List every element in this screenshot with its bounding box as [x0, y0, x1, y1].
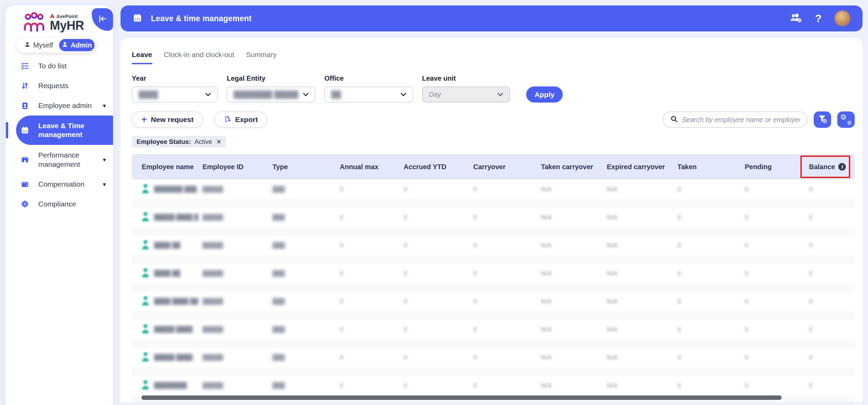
- team-settings-icon[interactable]: [790, 13, 802, 24]
- leave-type-redacted: ███: [272, 270, 340, 277]
- search-input[interactable]: [682, 116, 800, 124]
- accrued-ytd-value: 0: [404, 242, 473, 249]
- table-row[interactable]: ████ ██ █████ ███ 0 0 0 N/A N/A 0 0 0: [132, 264, 855, 283]
- clear-filter-button[interactable]: [814, 111, 831, 128]
- col-carryover: Carryover: [473, 163, 541, 171]
- table-row[interactable]: ████████ █████ ███ 0 0 0 N/A N/A 0 0 0: [132, 376, 855, 395]
- export-label: Export: [235, 116, 258, 124]
- sidebar-item-label: Requests: [38, 81, 69, 90]
- toggle-admin[interactable]: Admin: [59, 39, 95, 51]
- leave-table: Employee name Employee ID Type Annual ma…: [132, 154, 855, 402]
- table-row[interactable]: █████ ████ █████ ███ 0 0 0 N/A N/A 0 0 0: [132, 348, 855, 367]
- leave-unit-select[interactable]: Day: [422, 86, 510, 103]
- sidebar-item-compensation[interactable]: Compensation ▼: [5, 174, 113, 194]
- table-settings-button[interactable]: ⚙⚙: [837, 111, 855, 128]
- pending-value: 0: [745, 242, 809, 249]
- sidebar-item-requests[interactable]: Requests: [5, 76, 113, 96]
- chevron-down-icon: [303, 92, 309, 98]
- carryover-value: 0: [473, 214, 541, 221]
- expired-carryover-value: N/A: [607, 326, 677, 333]
- sidebar-item-label: Compensation: [38, 179, 84, 189]
- accrued-ytd-value: 0: [404, 382, 473, 389]
- export-button[interactable]: Export: [214, 111, 268, 128]
- new-request-label: New request: [151, 116, 194, 124]
- filter-leave-unit: Leave unit Day: [422, 75, 510, 103]
- pending-value: 0: [745, 214, 809, 221]
- gear-badge-icon: [20, 200, 29, 208]
- expired-carryover-value: N/A: [607, 298, 677, 305]
- requests-icon: [20, 82, 29, 90]
- employee-name-redacted: █████ ████ █: [154, 214, 198, 221]
- leave-type-redacted: ███: [272, 298, 340, 305]
- chevron-down-icon: ▼: [102, 157, 107, 163]
- employee-name-redacted: █████ ████: [154, 326, 193, 333]
- sidebar-item-compliance[interactable]: Compliance: [5, 194, 113, 214]
- balance-value: 0: [809, 270, 855, 277]
- taken-carryover-value: N/A: [541, 354, 607, 361]
- tab-summary[interactable]: Summary: [246, 51, 277, 64]
- help-icon[interactable]: ?: [815, 13, 822, 24]
- row-separator: [132, 311, 855, 320]
- office-select[interactable]: ██: [324, 86, 413, 103]
- sidebar-item-performance-management[interactable]: Performance management ▼: [5, 145, 113, 174]
- employee-avatar-icon: [142, 296, 149, 307]
- col-annual-max: Annual max: [340, 163, 404, 171]
- toggle-myself-label: Myself: [33, 41, 53, 49]
- pending-value: 0: [745, 326, 809, 333]
- new-request-button[interactable]: + New request: [132, 111, 203, 128]
- employee-status-chip[interactable]: Employee Status: Active ✕: [132, 136, 226, 147]
- taken-carryover-value: N/A: [541, 382, 607, 389]
- row-separator: [132, 283, 855, 292]
- row-separator: [132, 227, 855, 235]
- tab-leave[interactable]: Leave: [132, 51, 152, 64]
- taken-value: 0: [677, 382, 745, 389]
- employee-id-redacted: █████: [202, 214, 272, 221]
- table-row[interactable]: ███████ ███… █████ ███ 0 0 0 N/A N/A 0 0…: [132, 179, 855, 199]
- filter-office: Office ██: [324, 75, 413, 103]
- horizontal-scrollbar[interactable]: [141, 395, 782, 400]
- legal-entity-select[interactable]: ████████ █████: [227, 86, 316, 103]
- sidebar-item-leave-time-management[interactable]: Leave & Time management: [16, 116, 113, 145]
- active-indicator-bar: [6, 122, 8, 138]
- wallet-icon: [20, 180, 29, 188]
- table-row[interactable]: █████ ████ █████ ███ 0 0 0 N/A N/A 0 0 0: [132, 320, 855, 339]
- col-expired-carryover: Expired carryover: [607, 163, 677, 171]
- accrued-ytd-value: 0: [404, 354, 473, 361]
- table-row[interactable]: █████ ████ █ █████ ███ 0 0 0 N/A N/A 0 0…: [132, 207, 855, 227]
- tab-clock-in-out[interactable]: Clock-in and clock-out: [164, 51, 235, 64]
- calendar-icon: [20, 126, 29, 134]
- accrued-ytd-value: 0: [404, 298, 473, 305]
- taken-carryover-value: N/A: [541, 326, 607, 333]
- filter-year: Year ████: [132, 75, 218, 103]
- employee-avatar-icon: [142, 184, 149, 195]
- taken-value: 0: [677, 298, 745, 305]
- filter-bar: Year ████ Legal Entity ████████ █████ Of…: [132, 75, 855, 103]
- annual-max-value: 0: [340, 382, 404, 389]
- accrued-ytd-value: 0: [404, 270, 473, 277]
- toggle-myself[interactable]: Myself: [18, 41, 59, 49]
- sidebar-item-label: Performance management: [38, 150, 93, 169]
- chip-close-icon[interactable]: ✕: [216, 138, 221, 146]
- info-icon[interactable]: i: [838, 163, 846, 171]
- filter-office-label: Office: [324, 75, 413, 82]
- gears-icon: ⚙⚙: [840, 114, 852, 125]
- taken-carryover-value: N/A: [541, 214, 607, 221]
- col-taken: Taken: [677, 163, 745, 171]
- table-row[interactable]: ████ ████ ██ █████ ███ 0 0 0 N/A N/A 0 0…: [132, 292, 855, 311]
- taken-value: 0: [677, 242, 745, 249]
- actions-row: + New request Export: [132, 111, 855, 128]
- user-avatar[interactable]: [835, 11, 850, 26]
- apply-button[interactable]: Apply: [526, 86, 563, 103]
- row-separator: [132, 199, 855, 207]
- taken-value: 0: [677, 270, 745, 277]
- table-body: ███████ ███… █████ ███ 0 0 0 N/A N/A 0 0…: [132, 179, 855, 402]
- sidebar-item-todo-list[interactable]: To do list: [5, 56, 113, 76]
- taken-value: 0: [677, 214, 745, 221]
- year-select[interactable]: ████: [132, 86, 218, 103]
- employee-name-redacted: ████ ██: [154, 242, 180, 249]
- table-row[interactable]: ████ ██ █████ ███ 0 0 0 N/A N/A 0 0 0: [132, 235, 855, 255]
- employee-id-redacted: █████: [202, 354, 272, 361]
- main-content-card: Leave Clock-in and clock-out Summary Yea…: [121, 38, 863, 402]
- chevron-down-icon: ▼: [102, 181, 107, 187]
- sidebar-item-employee-admin[interactable]: Employee admin ▼: [5, 96, 113, 116]
